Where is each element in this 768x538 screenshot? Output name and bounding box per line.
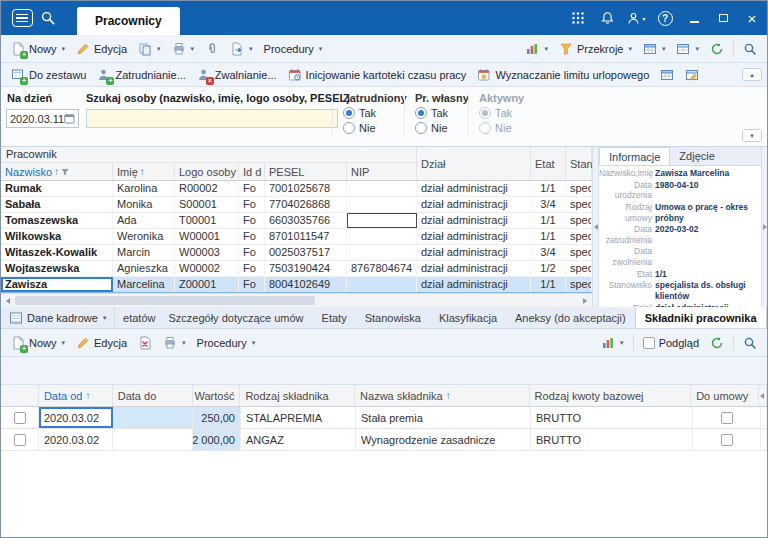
cell-data-do[interactable] [113,407,193,428]
cell-id[interactable]: Fo [239,261,265,276]
cell-etat[interactable]: 1/2 [531,261,566,276]
cell-data-do[interactable] [113,429,193,450]
tab-aneksy[interactable]: Aneksy (do akceptacji) [506,307,635,328]
cell-stan[interactable]: spec [566,213,592,228]
cell-dzial[interactable]: dział administracji [417,261,531,276]
cell-nazwisko[interactable]: Sabała [1,197,113,212]
cell-do-umowy[interactable] [693,407,761,428]
cell-nazwisko[interactable]: Wojtaszewska [1,261,113,276]
radio-pr-wlasny-tak[interactable]: Tak [415,107,469,119]
extra-grid-button-2[interactable] [680,66,704,84]
cell-nazwisko[interactable]: Witaszek-Kowalik [1,245,113,260]
cell-id[interactable]: Fo [239,181,265,196]
employee-row[interactable]: Wilkowska Weronika W00001 Fo 8701011547 … [1,229,592,245]
employee-row[interactable]: Sabała Monika S00001 Fo 7704026868 dział… [1,197,592,213]
filter-collapse-button[interactable]: ▾ [742,129,762,142]
cell-pesel[interactable]: 7704026868 [265,197,347,212]
employee-row[interactable]: Witaszek-Kowalik Marcin W00003 Fo 002503… [1,245,592,261]
panel-splitter[interactable] [592,147,599,307]
cell-nazwisko[interactable]: Tomaszewska [1,213,113,228]
help-button[interactable]: ? [652,5,678,31]
employee-row[interactable]: Tomaszewska Ada T00001 Fo 6603035766 dzi… [1,213,592,229]
cell-logo[interactable]: W00001 [175,229,239,244]
col-header-do-umowy[interactable]: Do umowy [691,385,759,406]
scroll-right-button[interactable] [578,294,592,307]
na-dzien-date-field[interactable]: 2020.03.11 [6,109,79,128]
cell-rodzaj-skladnika[interactable]: STALAPREMIA [241,407,356,428]
employee-row[interactable]: Wojtaszewska Agnieszka W00002 Fo 7503190… [1,261,592,277]
edit-button[interactable]: Edycja [71,40,132,58]
radio-zatrudniony-tak[interactable]: Tak [343,107,407,119]
cell-nazwa-skladnika[interactable]: Stała premia [356,407,531,428]
user-menu-button[interactable]: ▾ [623,5,649,31]
tab-klasyfikacja[interactable]: Klasyfikacja [430,307,506,328]
col-header-pesel[interactable]: PESEL [265,163,347,180]
print-button[interactable]: ▾ [167,40,200,58]
cell-imie[interactable]: Karolina [113,181,175,196]
col-header-rodzaj-skladnika[interactable]: Rodzaj składnika [240,385,355,406]
procedures-button[interactable]: Procedury▾ [259,41,328,57]
col-header-nazwa-skladnika[interactable]: Nazwa składnika↑ [355,385,530,406]
cell-etat[interactable]: 3/4 [531,245,566,260]
cell-logo[interactable]: S00001 [175,197,239,212]
cell-nazwa-skladnika[interactable]: Wynagrodzenie zasadnicze [356,429,531,450]
cell-data-od-focused[interactable]: 2020.03.02 [39,407,113,428]
cell-pesel[interactable]: 8701011547 [265,229,347,244]
cell-nip-focused[interactable] [347,213,417,228]
cell-wartosc[interactable]: 250,00 [193,407,241,428]
col-header-logo-osoby[interactable]: Logo osoby↑ [175,163,239,180]
cell-etat[interactable]: 1/1 [531,181,566,196]
podglad-toggle[interactable]: Podgląd [638,335,704,351]
inicjowanie-kartoteki-button[interactable]: Inicjowanie kartoteki czasu pracy [283,66,472,84]
scrollbar-thumb[interactable] [15,296,315,305]
tab-informacje[interactable]: Informacje [599,147,670,165]
col-header-rodzaj-kwoty[interactable]: Rodzaj kwoty bazowej [530,385,692,406]
cell-stan[interactable]: spec [566,261,592,276]
col-header-data-do[interactable]: Data do [113,385,193,406]
cell-nip[interactable] [347,197,417,212]
limit-urlopowy-button[interactable]: Wyznaczanie limitu urlopowego [472,66,654,84]
col-header-nip[interactable]: NIP [347,163,417,180]
radio-pr-wlasny-nie[interactable]: Nie [415,122,469,134]
cell-select[interactable] [1,407,39,428]
col-header-imie[interactable]: Imię↑ [113,163,175,180]
apps-menu-button[interactable] [565,5,591,31]
do-zestawu-button[interactable]: + Do zestawu [6,66,91,84]
grid-layout-button[interactable]: ▾ [671,40,704,58]
cell-stan[interactable]: spec [566,229,592,244]
ribbon-collapse-button[interactable]: ▴ [742,68,762,81]
new-button[interactable]: + Nowy▾ [6,40,70,58]
col-header-dzial[interactable]: Dział [417,147,531,181]
col-header-wartosc[interactable]: Wartość [193,385,241,406]
cell-id[interactable]: Fo [239,213,265,228]
cell-stan[interactable]: spec [566,277,592,292]
cell-imie[interactable]: Weronika [113,229,175,244]
procedures-bottom-button[interactable]: Procedury▾ [192,335,261,351]
cell-imie[interactable]: Marcin [113,245,175,260]
cell-rodzaj-kwoty[interactable]: BRUTTO [531,407,693,428]
tab-etatow-partial[interactable]: etatów [115,307,159,328]
employee-row[interactable]: Rumak Karolina R00002 Fo 7001025678 dzia… [1,181,592,197]
cell-nip[interactable] [347,229,417,244]
cell-id[interactable]: Fo [239,197,265,212]
tab-stanowiska[interactable]: Stanowiska [356,307,430,328]
analyses-bottom-button[interactable]: ▾ [596,334,629,352]
dane-kadrowe-selector[interactable]: Dane kadrowe▾ [1,307,115,328]
cell-dzial[interactable]: dział administracji [417,197,531,212]
close-button[interactable]: × [739,6,765,30]
cell-etat[interactable]: 3/4 [531,197,566,212]
scroll-left-button[interactable] [1,294,15,307]
cell-dzial[interactable]: dział administracji [417,213,531,228]
cell-etat[interactable]: 1/1 [531,277,566,292]
cell-nip[interactable] [347,277,417,292]
col-header-nazwisko[interactable]: Nazwisko↑ [1,163,113,180]
refresh-bottom-button[interactable] [705,334,729,352]
cell-do-umowy[interactable] [693,429,761,450]
cell-nip[interactable] [347,245,417,260]
cell-logo[interactable]: Z00001 [175,277,239,292]
print-component-button[interactable]: ▾ [158,334,191,352]
edit-component-button[interactable]: Edycja [71,334,132,352]
cell-pesel[interactable]: 0025037517 [265,245,347,260]
cell-nip[interactable] [347,181,417,196]
copy-button[interactable]: ▾ [133,40,166,58]
